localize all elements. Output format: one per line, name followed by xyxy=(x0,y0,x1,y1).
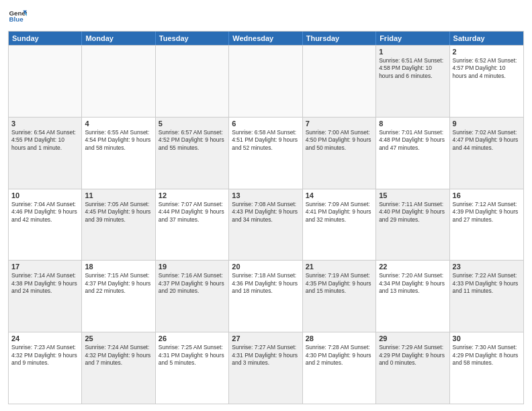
day-info: Sunrise: 7:24 AM Sunset: 4:32 PM Dayligh… xyxy=(85,344,152,367)
day-info: Sunrise: 7:00 AM Sunset: 4:50 PM Dayligh… xyxy=(306,129,373,152)
calendar-cell xyxy=(229,46,302,117)
day-info: Sunrise: 6:51 AM Sunset: 4:58 PM Dayligh… xyxy=(379,57,446,80)
logo-icon: General Blue xyxy=(8,7,27,26)
day-number: 21 xyxy=(306,263,373,271)
day-number: 1 xyxy=(379,48,446,56)
calendar-row: 24Sunrise: 7:23 AM Sunset: 4:32 PM Dayli… xyxy=(9,332,523,404)
calendar-cell xyxy=(156,46,229,117)
day-info: Sunrise: 6:54 AM Sunset: 4:55 PM Dayligh… xyxy=(11,129,79,152)
calendar-cell xyxy=(303,46,376,117)
day-info: Sunrise: 7:01 AM Sunset: 4:48 PM Dayligh… xyxy=(379,129,446,152)
weekday-header: Monday xyxy=(82,32,155,45)
calendar-cell: 26Sunrise: 7:25 AM Sunset: 4:31 PM Dayli… xyxy=(156,332,229,404)
day-number: 11 xyxy=(85,191,152,199)
calendar-cell: 20Sunrise: 7:18 AM Sunset: 4:36 PM Dayli… xyxy=(229,261,302,332)
calendar: SundayMondayTuesdayWednesdayThursdayFrid… xyxy=(8,31,524,404)
weekday-header: Friday xyxy=(376,32,449,45)
day-number: 14 xyxy=(306,191,373,199)
calendar-cell: 18Sunrise: 7:15 AM Sunset: 4:37 PM Dayli… xyxy=(82,261,155,332)
day-number: 19 xyxy=(159,263,226,271)
day-number: 30 xyxy=(453,334,521,342)
day-info: Sunrise: 6:52 AM Sunset: 4:57 PM Dayligh… xyxy=(453,57,521,80)
day-number: 15 xyxy=(379,191,446,199)
calendar-cell: 6Sunrise: 6:58 AM Sunset: 4:51 PM Daylig… xyxy=(229,118,302,189)
day-number: 7 xyxy=(306,120,373,128)
day-info: Sunrise: 7:27 AM Sunset: 4:31 PM Dayligh… xyxy=(232,344,299,367)
calendar-cell: 16Sunrise: 7:12 AM Sunset: 4:39 PM Dayli… xyxy=(450,189,523,261)
day-info: Sunrise: 7:15 AM Sunset: 4:37 PM Dayligh… xyxy=(85,272,152,295)
calendar-cell: 5Sunrise: 6:57 AM Sunset: 4:52 PM Daylig… xyxy=(156,118,229,189)
logo: General Blue xyxy=(8,7,27,26)
calendar-cell: 10Sunrise: 7:04 AM Sunset: 4:46 PM Dayli… xyxy=(9,189,82,261)
calendar-cell: 22Sunrise: 7:20 AM Sunset: 4:34 PM Dayli… xyxy=(376,261,449,332)
calendar-cell: 24Sunrise: 7:23 AM Sunset: 4:32 PM Dayli… xyxy=(9,332,82,404)
day-info: Sunrise: 7:25 AM Sunset: 4:31 PM Dayligh… xyxy=(159,344,226,367)
calendar-header: SundayMondayTuesdayWednesdayThursdayFrid… xyxy=(9,32,523,45)
day-number: 24 xyxy=(11,334,79,342)
calendar-cell: 17Sunrise: 7:14 AM Sunset: 4:38 PM Dayli… xyxy=(9,261,82,332)
day-info: Sunrise: 7:18 AM Sunset: 4:36 PM Dayligh… xyxy=(232,272,299,295)
day-info: Sunrise: 7:08 AM Sunset: 4:43 PM Dayligh… xyxy=(232,201,299,224)
calendar-row: 10Sunrise: 7:04 AM Sunset: 4:46 PM Dayli… xyxy=(9,189,523,261)
day-number: 5 xyxy=(159,120,226,128)
calendar-cell xyxy=(82,46,155,117)
calendar-cell: 2Sunrise: 6:52 AM Sunset: 4:57 PM Daylig… xyxy=(450,46,523,117)
day-number: 9 xyxy=(453,120,521,128)
page: General Blue SundayMondayTuesdayWednesda… xyxy=(0,0,532,411)
header: General Blue xyxy=(8,7,524,26)
calendar-cell: 4Sunrise: 6:55 AM Sunset: 4:54 PM Daylig… xyxy=(82,118,155,189)
calendar-row: 17Sunrise: 7:14 AM Sunset: 4:38 PM Dayli… xyxy=(9,260,523,332)
calendar-cell: 7Sunrise: 7:00 AM Sunset: 4:50 PM Daylig… xyxy=(303,118,376,189)
day-info: Sunrise: 7:19 AM Sunset: 4:35 PM Dayligh… xyxy=(306,272,373,295)
weekday-header: Wednesday xyxy=(229,32,302,45)
svg-text:Blue: Blue xyxy=(9,15,24,23)
day-info: Sunrise: 7:11 AM Sunset: 4:40 PM Dayligh… xyxy=(379,201,446,224)
calendar-cell: 19Sunrise: 7:16 AM Sunset: 4:37 PM Dayli… xyxy=(156,261,229,332)
calendar-cell: 1Sunrise: 6:51 AM Sunset: 4:58 PM Daylig… xyxy=(376,46,449,117)
calendar-cell: 3Sunrise: 6:54 AM Sunset: 4:55 PM Daylig… xyxy=(9,118,82,189)
calendar-cell: 9Sunrise: 7:02 AM Sunset: 4:47 PM Daylig… xyxy=(450,118,523,189)
day-number: 2 xyxy=(453,48,521,56)
day-number: 6 xyxy=(232,120,299,128)
calendar-row: 1Sunrise: 6:51 AM Sunset: 4:58 PM Daylig… xyxy=(9,45,523,117)
day-number: 22 xyxy=(379,263,446,271)
day-info: Sunrise: 7:16 AM Sunset: 4:37 PM Dayligh… xyxy=(159,272,226,295)
day-info: Sunrise: 7:22 AM Sunset: 4:33 PM Dayligh… xyxy=(453,272,521,295)
day-info: Sunrise: 7:14 AM Sunset: 4:38 PM Dayligh… xyxy=(11,272,79,295)
day-number: 28 xyxy=(306,334,373,342)
calendar-cell: 25Sunrise: 7:24 AM Sunset: 4:32 PM Dayli… xyxy=(82,332,155,404)
calendar-cell: 11Sunrise: 7:05 AM Sunset: 4:45 PM Dayli… xyxy=(82,189,155,261)
day-info: Sunrise: 6:58 AM Sunset: 4:51 PM Dayligh… xyxy=(232,129,299,152)
day-number: 17 xyxy=(11,263,79,271)
weekday-header: Saturday xyxy=(450,32,523,45)
day-number: 27 xyxy=(232,334,299,342)
day-number: 13 xyxy=(232,191,299,199)
calendar-cell: 30Sunrise: 7:30 AM Sunset: 4:29 PM Dayli… xyxy=(450,332,523,404)
day-number: 16 xyxy=(453,191,521,199)
day-info: Sunrise: 7:12 AM Sunset: 4:39 PM Dayligh… xyxy=(453,201,521,224)
day-number: 10 xyxy=(11,191,79,199)
day-number: 29 xyxy=(379,334,446,342)
calendar-cell: 29Sunrise: 7:29 AM Sunset: 4:29 PM Dayli… xyxy=(376,332,449,404)
day-info: Sunrise: 7:04 AM Sunset: 4:46 PM Dayligh… xyxy=(11,201,79,224)
calendar-cell: 21Sunrise: 7:19 AM Sunset: 4:35 PM Dayli… xyxy=(303,261,376,332)
calendar-cell: 12Sunrise: 7:07 AM Sunset: 4:44 PM Dayli… xyxy=(156,189,229,261)
day-number: 25 xyxy=(85,334,152,342)
day-info: Sunrise: 7:23 AM Sunset: 4:32 PM Dayligh… xyxy=(11,344,79,367)
day-number: 20 xyxy=(232,263,299,271)
day-info: Sunrise: 7:09 AM Sunset: 4:41 PM Dayligh… xyxy=(306,201,373,224)
calendar-cell xyxy=(9,46,82,117)
day-info: Sunrise: 7:29 AM Sunset: 4:29 PM Dayligh… xyxy=(379,344,446,367)
weekday-header: Tuesday xyxy=(156,32,229,45)
weekday-header: Sunday xyxy=(9,32,82,45)
day-number: 23 xyxy=(453,263,521,271)
day-info: Sunrise: 6:57 AM Sunset: 4:52 PM Dayligh… xyxy=(159,129,226,152)
calendar-cell: 27Sunrise: 7:27 AM Sunset: 4:31 PM Dayli… xyxy=(229,332,302,404)
day-info: Sunrise: 7:28 AM Sunset: 4:30 PM Dayligh… xyxy=(306,344,373,367)
day-number: 4 xyxy=(85,120,152,128)
calendar-body: 1Sunrise: 6:51 AM Sunset: 4:58 PM Daylig… xyxy=(9,45,523,404)
calendar-cell: 14Sunrise: 7:09 AM Sunset: 4:41 PM Dayli… xyxy=(303,189,376,261)
day-info: Sunrise: 7:02 AM Sunset: 4:47 PM Dayligh… xyxy=(453,129,521,152)
day-number: 3 xyxy=(11,120,79,128)
day-number: 12 xyxy=(159,191,226,199)
